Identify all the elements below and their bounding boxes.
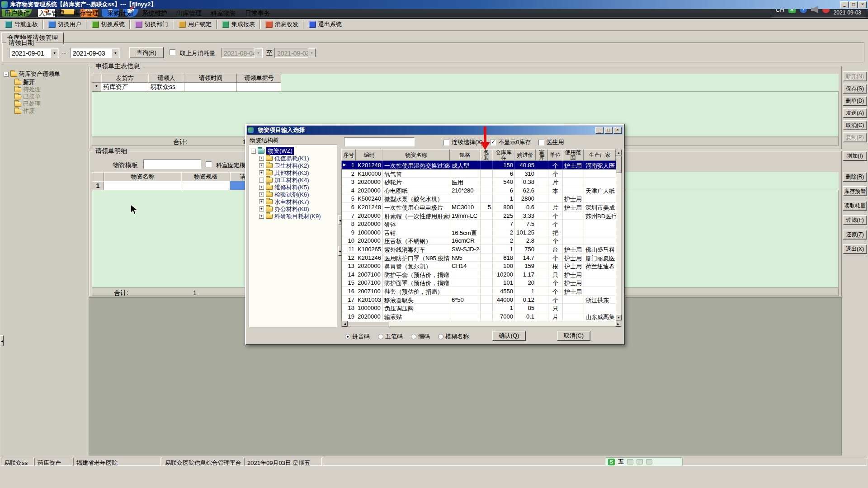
side-button-6[interactable]: 复制(P) <box>843 132 867 142</box>
ime-logo-icon[interactable]: S <box>608 459 615 465</box>
scrollbar-thumb[interactable] <box>348 321 389 326</box>
grid-column-header[interactable]: 序号 <box>341 149 356 161</box>
grid-vertical-scrollbar[interactable] <box>616 149 622 321</box>
dept-template-checkbox[interactable] <box>206 161 212 167</box>
nav-tree-item-3[interactable]: 已处理 <box>14 100 41 108</box>
dialog-tree-item-2[interactable]: 其他材料(K3) <box>259 169 309 176</box>
grid-row-14[interactable]: 142007100防护手套（预估价，捐赠）102001.17只护士用 <box>342 270 616 279</box>
dialog-checkbox-1[interactable]: 不显示0库存 <box>490 138 531 146</box>
toolbar-switch-system-button[interactable]: 切换系统 <box>89 19 128 30</box>
nav-tree-item-0[interactable]: 新开 <box>14 79 35 86</box>
grid-column-header[interactable]: 使用范围 <box>562 149 584 161</box>
grid-row-15[interactable]: 152007100防护面罩（预估价，捐赠）10120个护士用 <box>342 278 616 287</box>
grid-row-13[interactable]: 132020000鼻胃管（复尔凯）CH14100159根护士用荷兰纽迪希 <box>342 262 616 270</box>
dialog-checkbox-0[interactable]: 连续选择(X) <box>443 138 483 146</box>
dialog-tree-item-4[interactable]: 维修材料(K5) <box>259 184 309 191</box>
query-button[interactable]: 查询(R) <box>129 47 164 58</box>
toolbar-switch-dept-button[interactable]: 切换部门 <box>132 19 171 30</box>
grid-row-2[interactable]: 2K100000氧气筒6310个 <box>342 169 616 178</box>
side-button-11[interactable]: 过滤(F) <box>843 215 867 225</box>
side-button-5[interactable]: 取消(C) <box>843 120 867 130</box>
month-usage-checkbox[interactable] <box>170 49 175 55</box>
scroll-right-icon[interactable] <box>615 321 621 327</box>
master-cell[interactable]: 易联众ss <box>148 83 184 92</box>
side-button-13[interactable]: 退出(X) <box>843 244 867 254</box>
toolbar-report-button[interactable]: 集成报表 <box>219 19 258 30</box>
dialog-tree-item-3[interactable]: 加工材料(K4) <box>259 177 309 183</box>
confirm-button[interactable]: 确认(Q) <box>492 331 526 341</box>
side-button-1[interactable]: 新开(N) <box>843 71 867 81</box>
dialog-tree-item-0[interactable]: 低值易耗(K1) <box>259 155 309 162</box>
grid-row-11[interactable]: 11K100265紫外线消毒灯车SW-SJD-2-1750台护士用佛山盛马科 <box>342 245 616 253</box>
menu-item-4[interactable]: 系统维护 <box>137 9 172 19</box>
expand-icon[interactable] <box>259 206 264 211</box>
side-button-4[interactable]: 发送(A) <box>843 108 867 118</box>
side-button-2[interactable]: 保存(S) <box>843 84 867 94</box>
toolbar-nav-panel-button[interactable]: 导航面板 <box>2 19 41 30</box>
grid-column-header[interactable]: 物资名称 <box>382 149 450 161</box>
dialog-checkbox-2[interactable]: 医生用 <box>538 138 564 146</box>
ime-keyboard-icon[interactable] <box>637 459 643 465</box>
detail-cell[interactable] <box>181 181 230 190</box>
grid-column-header[interactable]: 生产厂家 <box>584 149 616 161</box>
date-from-combo[interactable]: 2021-09-01 <box>9 48 59 58</box>
toolbar-message-button[interactable]: 消息收发 <box>262 19 302 30</box>
dialog-close-button[interactable]: × <box>613 127 622 134</box>
collapse-icon[interactable] <box>4 72 9 77</box>
expand-icon[interactable] <box>259 163 264 168</box>
nav-tree-item-2[interactable]: 已接单 <box>14 93 41 100</box>
scroll-up-icon[interactable] <box>616 150 622 155</box>
master-cell[interactable] <box>184 83 237 92</box>
dialog-tree-item-8[interactable]: 科研项目耗材(K9) <box>259 213 321 220</box>
grid-body[interactable]: 1K201248一次性使用湿热交换过滤器成人型15040.85个护士用河南驼人医… <box>341 161 616 321</box>
expand-icon[interactable] <box>259 192 264 197</box>
menu-item-7[interactable]: 日常事务 <box>241 9 275 19</box>
grid-row-9[interactable]: 91000000舌钳16.5cm直2101.25把 <box>342 228 616 237</box>
radio-icon[interactable] <box>378 334 383 339</box>
menu-item-1[interactable]: 入库管理 <box>34 9 69 19</box>
grid-row-19[interactable]: 192020000输液贴70000.1片山东威高集 <box>342 312 616 321</box>
chevron-down-icon[interactable] <box>112 48 119 57</box>
radio-icon[interactable] <box>411 334 416 339</box>
grid-row-5[interactable]: 5K500240微型水泵（酸化水机）12800护士用 <box>342 194 616 203</box>
expand-icon[interactable] <box>259 170 264 175</box>
date-to-combo[interactable]: 2021-09-03 <box>70 48 120 58</box>
side-button-3[interactable]: 删单(D) <box>843 96 867 106</box>
minimize-button[interactable]: _ <box>840 1 849 8</box>
master-cell[interactable] <box>237 83 281 92</box>
template-input[interactable] <box>143 160 201 169</box>
panel-collapse-button[interactable] <box>0 335 4 346</box>
dialog-tree-root[interactable]: 物资(WZ) <box>251 147 294 155</box>
radio-icon[interactable] <box>345 334 350 339</box>
menu-item-5[interactable]: 出库管理 <box>172 9 206 19</box>
menu-item-2[interactable]: 库存管理 <box>69 9 103 19</box>
grid-column-header[interactable]: 科室库存 <box>536 149 548 161</box>
grid-row-12[interactable]: 12K201246医用防护口罩（N95,疫情）N9561814.7个护士用厦门丽… <box>342 253 616 262</box>
grid-row-3[interactable]: 32020000砂轮片医用5400.38片 <box>342 178 616 186</box>
dialog-minimize-button[interactable]: _ <box>595 127 604 134</box>
dialog-tree-item-5[interactable]: 检验试剂(K6) <box>259 191 309 198</box>
ime-pen-icon[interactable] <box>627 459 633 465</box>
detail-cell[interactable] <box>104 181 181 190</box>
dialog-tree-item-6[interactable]: 水电材料(K7) <box>259 198 309 205</box>
grid-column-header[interactable]: 单位 <box>548 149 562 161</box>
scroll-left-icon[interactable] <box>342 321 348 327</box>
expand-icon[interactable] <box>259 156 264 161</box>
checkbox-icon[interactable] <box>538 140 544 145</box>
expand-icon[interactable] <box>259 185 264 190</box>
cancel-button[interactable]: 取消(C) <box>557 331 590 341</box>
grid-row-17[interactable]: 17K201003移液器吸头6*50440000.12个浙江拱东 <box>342 296 616 304</box>
grid-column-header[interactable]: 仓库库存 <box>492 149 514 161</box>
nav-tree-item-4[interactable]: 作废 <box>14 108 35 115</box>
radio-icon[interactable] <box>438 334 443 339</box>
nav-tree-item-1[interactable]: 待处理 <box>14 86 41 93</box>
dialog-radio-0[interactable]: 拼音码 <box>345 333 370 341</box>
master-cell[interactable]: 药库资产 <box>101 83 148 92</box>
ime-toolbar[interactable]: S 五 <box>605 457 683 466</box>
ime-mode-label[interactable]: 五 <box>618 458 624 466</box>
ime-wrench-icon[interactable] <box>646 459 652 465</box>
grid-row-8[interactable]: 82020000研钵77.5个 <box>342 220 616 228</box>
scroll-down-icon[interactable] <box>616 314 622 320</box>
scrollbar-thumb[interactable] <box>616 156 622 173</box>
dialog-radio-3[interactable]: 模糊名称 <box>438 333 469 341</box>
